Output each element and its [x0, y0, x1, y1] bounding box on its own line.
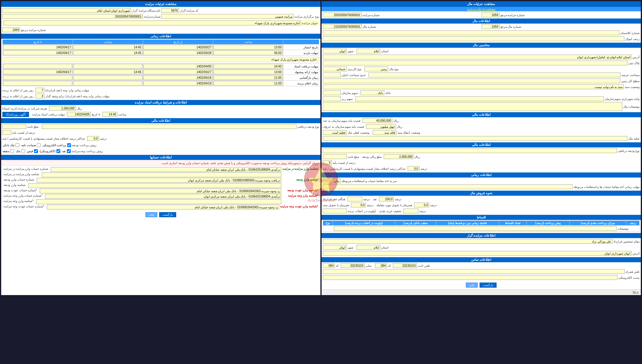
mohlat-ta-saat[interactable] [73, 50, 142, 55]
pay-check2-label[interactable]: چک [16, 149, 25, 153]
nowtype-input[interactable] [161, 14, 294, 19]
dariyaft-ta[interactable] [3, 64, 72, 69]
pay-elect-label[interactable]: پرداخت الکترونیکی [42, 143, 71, 147]
vahed-input[interactable] [355, 96, 604, 101]
bank-input[interactable] [360, 90, 384, 95]
bazgoshaii-ta[interactable] [3, 75, 72, 80]
dariyaft-ta-saat[interactable] [73, 64, 142, 69]
namabar-input[interactable] [341, 263, 365, 268]
darsd-input[interactable] [323, 160, 332, 165]
auction-num-input-r[interactable] [2, 14, 143, 19]
tahvil-sanad-input[interactable] [351, 203, 366, 207]
ref-number-input[interactable] [482, 13, 500, 17]
nowmal-input[interactable] [364, 67, 388, 71]
address-input[interactable] [323, 55, 632, 59]
acc1-input[interactable] [51, 167, 281, 172]
eelam-ta[interactable] [3, 81, 72, 86]
dariyaft-az[interactable] [143, 64, 213, 69]
barande-input[interactable] [323, 209, 347, 213]
mal-ref-input[interactable] [482, 24, 500, 29]
tel-hamrah-input[interactable] [323, 269, 625, 274]
classnumber-input[interactable] [323, 30, 619, 35]
agahi-btn[interactable]: آگهی روزنامه(1) [2, 112, 29, 117]
kod-input[interactable] [161, 8, 179, 13]
arsal-az-saat[interactable] [214, 70, 283, 74]
tahvil-amel-input[interactable] [414, 203, 429, 207]
sabt-input-r[interactable] [2, 124, 26, 129]
ostan2-input[interactable] [357, 245, 380, 250]
acc4-input[interactable] [28, 183, 281, 188]
price-million-input[interactable] [366, 124, 396, 129]
pelak-input[interactable] [323, 61, 627, 65]
tahliye-input[interactable] [323, 136, 627, 141]
mohlat-asnad-ta-saat-input[interactable] [102, 112, 117, 117]
pay-saqfeh-label[interactable]: سقفه [2, 149, 14, 153]
pay-saqfeh-cb[interactable] [10, 149, 14, 153]
mohlat-vaghineh-input[interactable] [36, 94, 44, 98]
name-input[interactable] [2, 8, 131, 13]
arsal-ta[interactable] [3, 70, 72, 74]
dariyaft-az-saat[interactable] [214, 64, 283, 69]
hodod-input[interactable] [323, 73, 341, 77]
mohlat-az-saat[interactable] [214, 50, 283, 55]
nowvarize-input[interactable] [323, 148, 617, 153]
left-back-btn[interactable]: بازگشت [480, 283, 497, 288]
address2-input[interactable] [323, 251, 632, 256]
mohlat-az[interactable] [143, 50, 213, 55]
mablagh-riyali-input[interactable] [384, 154, 414, 159]
arsal-ta-saat[interactable] [73, 70, 142, 74]
right-back-btn[interactable]: بازگشت [159, 212, 176, 217]
eelam-ta-saat[interactable] [73, 81, 142, 86]
sahm-riz-input[interactable] [323, 96, 341, 101]
shahr-input[interactable] [323, 49, 347, 53]
bar-hesab-input[interactable] [323, 178, 341, 183]
acc5-input[interactable] [40, 189, 281, 193]
vaziat-input[interactable] [323, 84, 624, 89]
acc7-input[interactable] [36, 199, 281, 204]
pay-zimani-label[interactable]: ضمانت نامه [21, 143, 41, 147]
faghl-input[interactable] [323, 130, 347, 135]
pay-check-cb[interactable] [16, 143, 19, 147]
takhfif-input[interactable] [403, 209, 418, 213]
amval-input[interactable] [323, 36, 624, 41]
mohlat-ta[interactable] [3, 50, 72, 55]
aqd-input[interactable] [347, 197, 362, 201]
tozi-input[interactable] [323, 102, 622, 111]
ref-num-input-r[interactable] [2, 27, 20, 32]
tel-sabt-code-input[interactable] [375, 263, 387, 268]
hadadaksar-input[interactable] [408, 166, 420, 171]
acc8-input[interactable] [47, 205, 279, 209]
moghdam-input[interactable] [323, 239, 612, 244]
mohlat-barandeh-input[interactable] [36, 88, 44, 92]
acc3-input[interactable] [37, 178, 281, 183]
nowkarbari-input[interactable] [323, 67, 347, 71]
tarikh-eshaar-ta[interactable] [3, 45, 72, 50]
hadadaksar-input-r[interactable] [87, 136, 99, 141]
left-print-btn[interactable]: چاپ [466, 283, 478, 288]
bazgoshaii-az[interactable] [143, 75, 213, 80]
sath-input[interactable] [323, 78, 620, 83]
bazgoshaii-saat[interactable] [214, 75, 283, 80]
namabar-code-input[interactable] [323, 263, 335, 268]
pay-elect2-label[interactable]: (الکترونیکی) [40, 149, 60, 153]
masahat-araz-input[interactable] [368, 73, 621, 77]
nowvarize-input-r[interactable] [42, 124, 297, 129]
tozi-row-input[interactable] [334, 226, 617, 231]
pay-naghd-cb[interactable] [67, 149, 71, 153]
mozu-input[interactable] [4, 21, 301, 25]
acc2-input[interactable] [42, 172, 281, 177]
ostan-input[interactable] [357, 49, 380, 53]
darsd-input-r[interactable] [2, 130, 11, 135]
sahm-sazman-input[interactable] [323, 90, 341, 95]
mohlat-zam-input[interactable] [323, 184, 573, 189]
email-input[interactable] [323, 275, 618, 280]
pay-zimani-cb[interactable] [37, 143, 41, 147]
tarikh-eshaar-az[interactable] [143, 45, 213, 50]
right-print-btn[interactable]: چاپ [145, 212, 157, 217]
arsal-az[interactable] [143, 70, 213, 74]
pay-pish2-label[interactable]: فیش [27, 149, 38, 153]
sabt-input[interactable] [323, 154, 347, 159]
bazgoshaii-ta-saat[interactable] [73, 75, 142, 80]
eelam-az[interactable] [143, 81, 213, 86]
pay-elect-cb[interactable] [67, 143, 71, 147]
